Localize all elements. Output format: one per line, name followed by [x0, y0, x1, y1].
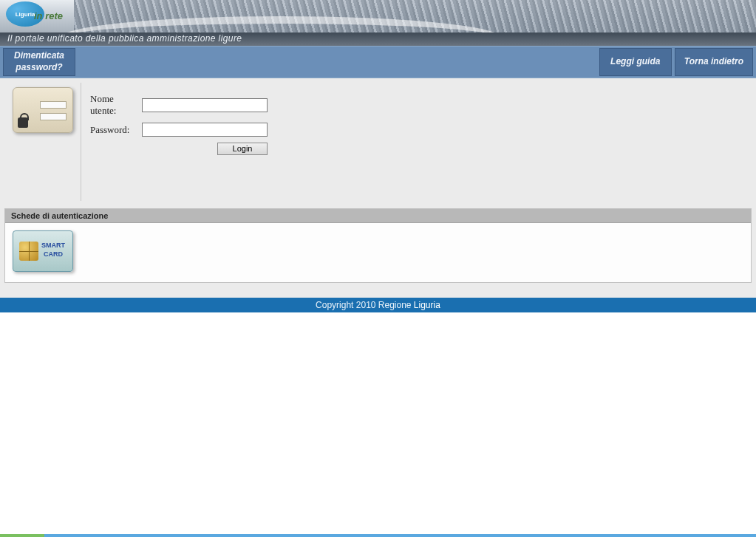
- card-slot-icon: [40, 113, 67, 120]
- username-label: Nome utente:: [90, 93, 142, 117]
- auth-cards-title: Schede di autenticazione: [5, 209, 751, 223]
- login-button[interactable]: Login: [217, 143, 268, 155]
- tagline: Il portale unificato della pubblica ammi…: [0, 33, 756, 46]
- main-area: Nome utente: Password: Login Schede di a…: [0, 78, 756, 287]
- read-guide-label: Leggi guida: [610, 56, 660, 68]
- auth-cards-body: SMART CARD: [5, 223, 751, 282]
- footer-region[interactable]: Liguria: [414, 300, 440, 310]
- logo-suffix: in rete: [34, 10, 63, 21]
- lock-icon: [18, 117, 28, 128]
- forgot-line2: password?: [14, 62, 64, 74]
- username-input[interactable]: [142, 98, 268, 112]
- smart-line1: SMART: [41, 242, 65, 249]
- separator: [0, 287, 756, 298]
- smart-card-button[interactable]: SMART CARD: [13, 230, 73, 272]
- smart-card-label: SMART CARD: [38, 242, 68, 259]
- password-label: Password:: [90, 124, 142, 136]
- login-icon-cell: [4, 83, 81, 201]
- site-logo[interactable]: Liguria in rete: [6, 1, 72, 31]
- smart-line2: CARD: [44, 250, 63, 258]
- login-card-icon: [13, 87, 73, 133]
- go-back-button[interactable]: Torna indietro: [675, 48, 753, 76]
- login-form: Nome utente: Password: Login: [81, 83, 752, 201]
- logo-name: Liguria: [16, 11, 35, 18]
- header-banner: Liguria in rete: [0, 0, 756, 33]
- footer-prefix: Copyright 2010 Regione: [316, 300, 414, 310]
- password-input[interactable]: [142, 123, 268, 137]
- go-back-label: Torna indietro: [684, 56, 743, 68]
- card-slot-icon: [40, 101, 67, 109]
- forgot-line1: Dimenticata: [14, 50, 64, 62]
- read-guide-button[interactable]: Leggi guida: [599, 48, 672, 76]
- chip-icon: [19, 242, 38, 261]
- auth-cards-panel: Schede di autenticazione SMART CARD: [4, 208, 752, 283]
- forgot-password-button[interactable]: Dimenticata password?: [3, 48, 75, 76]
- login-section: Nome utente: Password: Login: [4, 83, 752, 201]
- footer: Copyright 2010 Regione Liguria: [0, 298, 756, 312]
- toolbar: Dimenticata password? Leggi guida Torna …: [0, 46, 756, 78]
